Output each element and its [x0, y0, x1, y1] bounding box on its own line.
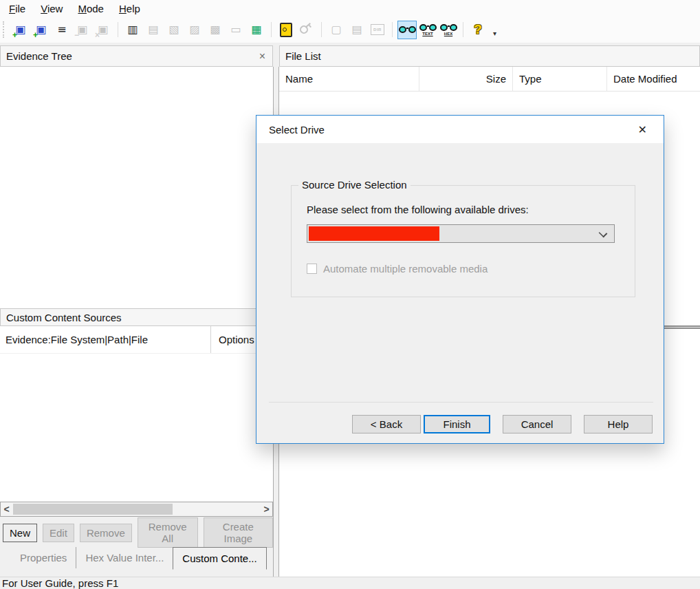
help-button[interactable]: Help	[584, 415, 653, 433]
dialog-title-bar: Select Drive ✕	[256, 116, 664, 143]
file-list-header: File List	[279, 45, 700, 67]
file-list-column-header[interactable]: Date Modified	[607, 67, 700, 91]
document-properties-button: ▤	[347, 21, 367, 39]
text-view-mode-button[interactable]: TEXT	[418, 21, 437, 39]
remove-evidence-item-button: ▣ −	[73, 21, 92, 39]
horizontal-scrollbar[interactable]: < >	[0, 502, 273, 517]
add-to-custom-content-image-button: ▨	[185, 21, 204, 39]
menu-item-mode[interactable]: Mode	[70, 1, 111, 16]
custom-content-list-pane[interactable]	[0, 354, 273, 502]
dialog-close-icon[interactable]: ✕	[634, 123, 651, 136]
group-title: Source Drive Selection	[298, 179, 411, 191]
toolbar-separator	[463, 22, 463, 37]
key-icon	[298, 24, 309, 36]
create-disk-image-button[interactable]: ▥	[123, 21, 142, 39]
back-button[interactable]: < Back	[352, 415, 421, 433]
file-list-column-header[interactable]: Size	[419, 67, 513, 91]
image-mounting-button[interactable]: ≡	[52, 21, 72, 39]
save-icon: ▤	[148, 24, 158, 35]
obtain-protected-files-button[interactable]	[276, 21, 296, 39]
scroll-left-icon[interactable]: <	[1, 502, 12, 516]
detect-efs-encryption-button	[297, 21, 316, 39]
custom-content-buttons: NewEditRemoveRemove AllCreate Image	[0, 521, 273, 544]
evidence-tree-title: Evidence Tree	[6, 50, 72, 62]
remove-all-button: Remove All	[138, 517, 198, 548]
export-file-hash-list-icon: ▭	[230, 24, 241, 35]
evidence-tree-pane[interactable]	[0, 67, 273, 308]
toolbar-separator	[118, 22, 118, 37]
menu-bar: FileViewModeHelp	[0, 0, 700, 17]
safe-icon	[280, 23, 292, 37]
text-document-icon: ▤	[351, 24, 362, 35]
toolbar-overflow-button[interactable]: ▾	[493, 30, 496, 37]
help-icon: ?	[474, 22, 482, 37]
status-text: For User Guide, press F1	[2, 577, 118, 589]
ftk-imager-window: FileViewModeHelp ▣ + ▣ + ≡ ▣ − ▣ × ▥ ▤	[0, 0, 700, 589]
export-files-button: ▩	[206, 21, 225, 39]
bottom-tab-strip: PropertiesHex Value Inter...Custom Conte…	[0, 544, 273, 574]
toolbar-separator	[392, 22, 393, 37]
file-list-column-header[interactable]: Type	[513, 67, 607, 91]
chevron-down-icon	[599, 229, 608, 238]
drive-select-prompt: Please select from the following availab…	[307, 204, 529, 215]
drive-select-dropdown[interactable]	[307, 224, 615, 243]
auto-view-mode-button[interactable]	[397, 21, 417, 39]
automate-media-row: Automate multiple removable media	[307, 263, 488, 275]
custom-content-sources-title: Custom Content Sources	[6, 312, 122, 323]
toolbar-separator	[321, 22, 322, 37]
toolbar-gripper[interactable]	[3, 21, 7, 38]
menu-item-view[interactable]: View	[33, 1, 70, 16]
new-document-button: ▢	[327, 21, 346, 39]
custom-content-column-header[interactable]: Evidence:File System|Path|File	[0, 326, 211, 353]
export-disk-image-icon: ▧	[168, 24, 179, 35]
glasses-icon	[399, 26, 416, 33]
custom-content-sources-header: Custom Content Sources	[0, 308, 273, 326]
evidence-tree-header: Evidence Tree ×	[0, 45, 273, 67]
file-list-column-headers: NameSizeTypeDate Modified	[279, 67, 700, 92]
finish-button[interactable]: Finish	[424, 415, 490, 433]
capture-memory-button[interactable]: ▦	[247, 21, 266, 39]
redacted-drive-value	[309, 226, 439, 241]
tab-hex-value-interpreter[interactable]: Hex Value Inter...	[76, 547, 173, 568]
glasses-text-icon: TEXT	[419, 24, 437, 36]
menu-item-help[interactable]: Help	[111, 1, 148, 16]
scroll-right-icon[interactable]: >	[261, 502, 272, 516]
automate-media-label: Automate multiple removable media	[323, 263, 488, 275]
add-evidence-item-button[interactable]: ▣ +	[11, 21, 30, 39]
create-image-button: Create Image	[204, 517, 273, 548]
dialog-buttons: < BackFinishCancelHelp	[256, 415, 653, 433]
tab-custom-content-sources[interactable]: Custom Conte...	[173, 547, 266, 570]
automate-media-checkbox	[307, 264, 317, 274]
save-button: ▤	[144, 21, 163, 39]
dialog-separator	[269, 402, 653, 403]
toolbar: ▣ + ▣ + ≡ ▣ − ▣ × ▥ ▤ ▧ ▨	[0, 17, 700, 43]
help-button[interactable]: ?	[468, 21, 488, 39]
new-button[interactable]: New	[3, 524, 37, 542]
export-disk-image-button: ▧	[164, 21, 184, 39]
custom-content-column-headers: Evidence:File System|Path|FileOptions	[0, 326, 273, 354]
cancel-button[interactable]: Cancel	[503, 415, 571, 433]
file-list-column-header[interactable]: Name	[279, 67, 419, 91]
menu-item-file[interactable]: File	[1, 1, 33, 16]
image-mounting-icon: ≡	[57, 24, 66, 35]
directory-listing-button: DIR	[368, 21, 387, 39]
export-files-icon: ▩	[210, 24, 220, 35]
file-list-title: File List	[285, 50, 321, 62]
dir-listing-icon: DIR	[371, 24, 384, 35]
edit-button: Edit	[43, 524, 74, 542]
toolbar-separator	[271, 22, 272, 37]
scrollbar-thumb[interactable]	[13, 504, 173, 515]
source-drive-selection-group: Source Drive Selection Please select fro…	[291, 185, 635, 297]
add-all-attached-devices-button[interactable]: ▣ +	[32, 21, 51, 39]
capture-memory-icon: ▦	[251, 24, 261, 35]
remove-all-evidence-items-button: ▣ ×	[94, 21, 113, 39]
select-drive-dialog: Select Drive ✕ Source Drive Selection Pl…	[256, 115, 664, 444]
status-bar: For User Guide, press F1	[0, 577, 700, 589]
remove-button: Remove	[80, 524, 132, 542]
add-to-custom-content-image-icon: ▨	[189, 24, 199, 35]
evidence-tree-close-icon[interactable]: ×	[258, 51, 267, 62]
dialog-title: Select Drive	[269, 124, 325, 136]
hex-view-mode-button[interactable]: HEX	[439, 21, 458, 39]
tab-properties[interactable]: Properties	[11, 547, 76, 568]
create-disk-image-icon: ▥	[127, 24, 138, 35]
